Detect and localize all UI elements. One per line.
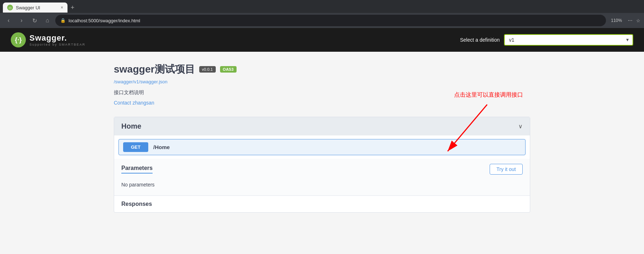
zoom-level: 110%: [609, 17, 624, 24]
parameters-section: Parameters Try it out No parameters: [114, 159, 530, 195]
api-info-block: swagger测试项目 v0.0.1 OAS3 /swagger/v1/swag…: [114, 63, 530, 106]
section-chevron-icon: ∨: [518, 123, 523, 130]
definition-select-wrapper: v1 ▼: [504, 34, 633, 46]
browser-chrome: {·} Swagger UI × + ‹ › ↻ ⌂ 🔒 localhost:5…: [0, 0, 644, 28]
try-it-out-button[interactable]: Try it out: [490, 164, 523, 175]
security-icon: 🔒: [60, 18, 66, 23]
definition-select[interactable]: v1: [504, 34, 633, 46]
http-method-badge: GET: [123, 142, 148, 152]
api-contact-link[interactable]: Contact zhangsan: [114, 100, 154, 106]
responses-section: Responses: [114, 195, 530, 212]
tab-favicon: {·}: [7, 5, 13, 10]
bookmark-icon[interactable]: ☆: [636, 18, 640, 23]
swagger-content: swagger测试项目 v0.0.1 OAS3 /swagger/v1/swag…: [107, 52, 537, 223]
tab-bar: {·} Swagger UI × +: [0, 0, 644, 13]
browser-menu-button[interactable]: ···: [628, 17, 633, 24]
url-display: localhost:5000/swagger/index.html: [69, 18, 140, 23]
swagger-supported-by: Supported by SMARTBEAR: [29, 43, 85, 46]
api-title-row: swagger测试项目 v0.0.1 OAS3: [114, 63, 530, 76]
swagger-app: {·} Swagger. Supported by SMARTBEAR Sele…: [0, 28, 644, 251]
tab-close-button[interactable]: ×: [61, 5, 63, 10]
back-button[interactable]: ‹: [4, 15, 14, 26]
toolbar-right: 110% ··· ☆: [609, 17, 640, 24]
address-bar[interactable]: 🔒 localhost:5000/swagger/index.html: [55, 15, 606, 26]
endpoint-row[interactable]: GET /Home: [118, 139, 526, 155]
api-url-link[interactable]: /swagger/v1/swagger.json: [114, 79, 530, 84]
tab-title: Swagger UI: [16, 5, 40, 10]
parameters-title: Parameters: [121, 165, 153, 174]
params-header-row: Parameters Try it out: [121, 164, 523, 175]
content-relative: swagger测试项目 v0.0.1 OAS3 /swagger/v1/swag…: [114, 63, 530, 213]
version-badge: v0.0.1: [199, 66, 216, 73]
active-tab[interactable]: {·} Swagger UI ×: [3, 3, 67, 13]
home-section: Home ∨ GET /Home Parameters Try it out N…: [114, 117, 530, 213]
no-parameters-text: No parameters: [121, 179, 523, 190]
api-description: 接口文档说明: [114, 89, 530, 96]
browser-toolbar: ‹ › ↻ ⌂ 🔒 localhost:5000/swagger/index.h…: [0, 13, 644, 28]
endpoint-path: /Home: [153, 144, 170, 150]
swagger-header-right: Select a definition v1 ▼: [460, 34, 633, 46]
api-title: swagger测试项目: [114, 63, 195, 76]
swagger-logo: {·} Swagger. Supported by SMARTBEAR: [11, 32, 85, 47]
section-header[interactable]: Home ∨: [114, 117, 530, 135]
swagger-logo-text: Swagger. Supported by SMARTBEAR: [29, 33, 85, 46]
select-definition-label: Select a definition: [460, 37, 500, 43]
swagger-header: {·} Swagger. Supported by SMARTBEAR Sele…: [0, 28, 644, 52]
swagger-logo-icon: {·}: [11, 32, 26, 47]
responses-title: Responses: [121, 201, 152, 207]
swagger-brand: Swagger.: [29, 33, 85, 43]
new-tab-button[interactable]: +: [67, 3, 78, 13]
oas-badge: OAS3: [220, 66, 237, 73]
refresh-button[interactable]: ↻: [29, 15, 39, 26]
home-button[interactable]: ⌂: [42, 15, 52, 26]
section-title: Home: [121, 122, 141, 130]
forward-button[interactable]: ›: [17, 15, 27, 26]
